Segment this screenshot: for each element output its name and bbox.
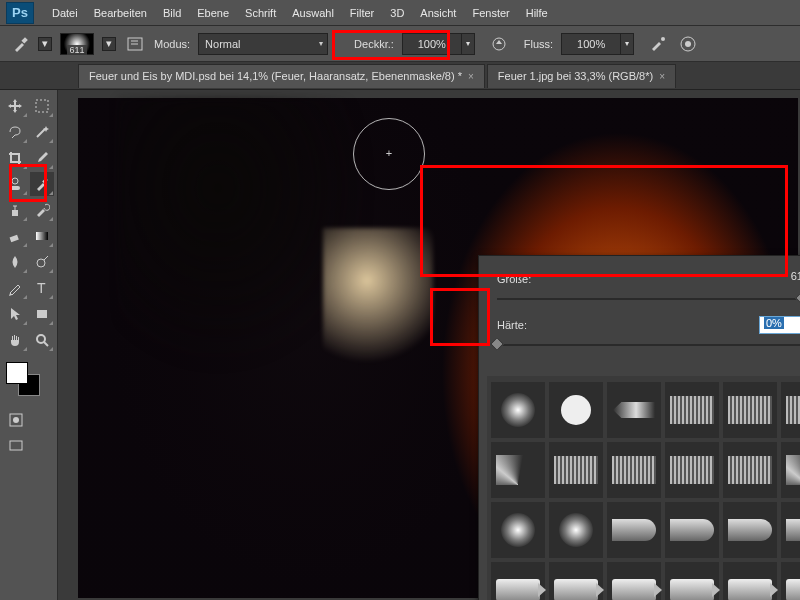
tool-blur[interactable] [3, 250, 28, 274]
tool-magic-wand[interactable] [30, 120, 55, 144]
tool-pen[interactable] [3, 276, 28, 300]
opacity-dropdown[interactable]: ▾ [461, 33, 475, 55]
svg-rect-8 [36, 100, 48, 112]
brush-preset[interactable]: 25 [781, 502, 800, 558]
brush-preset[interactable] [491, 382, 545, 438]
brush-preset[interactable] [549, 502, 603, 558]
tool-zoom[interactable] [30, 328, 55, 352]
close-icon[interactable]: × [468, 71, 474, 82]
quick-mask-icon[interactable] [3, 408, 29, 432]
menu-filter[interactable]: Filter [342, 7, 382, 19]
menu-datei[interactable]: Datei [44, 7, 86, 19]
brush-preset[interactable] [491, 502, 545, 558]
tool-lasso[interactable] [3, 120, 28, 144]
brush-preset[interactable] [781, 382, 800, 438]
brush-preset[interactable] [607, 502, 661, 558]
brush-preset-flyout: Größe: 611 Px Härte: 0% 25502550 [478, 255, 800, 600]
tool-clone[interactable] [3, 198, 28, 222]
brush-preset[interactable] [665, 382, 719, 438]
document-tabbar: Feuer und Eis by MDI.psd bei 14,1% (Feue… [0, 62, 800, 90]
brush-preview[interactable]: 611 [60, 33, 94, 55]
tool-crop[interactable] [3, 146, 28, 170]
svg-point-5 [661, 37, 665, 41]
size-value[interactable]: 611 Px [759, 270, 800, 288]
size-label: Größe: [497, 273, 531, 285]
svg-point-21 [13, 417, 19, 423]
flow-field[interactable]: 100% ▾ [561, 33, 621, 55]
airbrush-icon[interactable] [647, 33, 669, 55]
brush-preset[interactable] [723, 382, 777, 438]
tool-gradient[interactable] [30, 224, 55, 248]
brush-preset[interactable] [607, 442, 661, 498]
brush-preset[interactable] [781, 442, 800, 498]
brush-preview-dropdown[interactable]: ▾ [102, 37, 116, 51]
brush-preset[interactable]: 50 [607, 562, 661, 600]
brush-preset[interactable] [549, 442, 603, 498]
tool-eyedropper[interactable] [30, 146, 55, 170]
hardness-slider[interactable] [497, 338, 800, 352]
flow-value: 100% [577, 38, 605, 50]
size-slider[interactable] [497, 292, 800, 306]
opacity-field[interactable]: 100% ▾ [402, 33, 462, 55]
menu-bild[interactable]: Bild [155, 7, 189, 19]
pressure-opacity-icon[interactable] [488, 33, 510, 55]
tool-rectangle[interactable] [30, 302, 55, 326]
screen-mode-icon[interactable] [3, 434, 29, 458]
svg-point-18 [37, 335, 45, 343]
brush-preset[interactable] [549, 382, 603, 438]
close-icon[interactable]: × [659, 71, 665, 82]
brush-preset[interactable] [491, 442, 545, 498]
app-logo: Ps [6, 2, 34, 24]
menu-ansicht[interactable]: Ansicht [412, 7, 464, 19]
brush-preset[interactable] [665, 502, 719, 558]
brush-preset[interactable]: 25 [549, 562, 603, 600]
brush-preset[interactable] [665, 442, 719, 498]
tool-preset-icon[interactable] [12, 35, 30, 53]
options-bar: ▾ 611 ▾ Modus: Normal Deckkr.: 100% ▾ Fl… [0, 26, 800, 62]
tool-history-brush[interactable] [30, 198, 55, 222]
menu-fenster[interactable]: Fenster [464, 7, 517, 19]
brush-preset[interactable]: 50 [491, 562, 545, 600]
tool-type[interactable]: T [30, 276, 55, 300]
brush-preset[interactable] [723, 502, 777, 558]
tool-dodge[interactable] [30, 250, 55, 274]
brush-preset[interactable] [781, 562, 800, 600]
pressure-size-icon[interactable] [677, 33, 699, 55]
brush-preset[interactable] [723, 442, 777, 498]
brush-preset-grid: 25502550 [487, 376, 800, 600]
flow-dropdown[interactable]: ▾ [620, 33, 634, 55]
tool-eraser[interactable] [3, 224, 28, 248]
foreground-swatch[interactable] [6, 362, 28, 384]
tool-preset-dropdown[interactable]: ▾ [38, 37, 52, 51]
tool-path-select[interactable] [3, 302, 28, 326]
document-tab[interactable]: Feuer 1.jpg bei 33,3% (RGB/8*)× [487, 64, 676, 88]
svg-rect-0 [21, 37, 27, 43]
mode-label: Modus: [154, 38, 190, 50]
tool-move[interactable] [3, 94, 28, 118]
brush-preset[interactable] [665, 562, 719, 600]
menu-auswahl[interactable]: Auswahl [284, 7, 342, 19]
brush-preset[interactable] [723, 562, 777, 600]
hardness-label: Härte: [497, 319, 527, 331]
flow-label: Fluss: [524, 38, 553, 50]
hardness-value[interactable]: 0% [759, 316, 800, 334]
menu-ebene[interactable]: Ebene [189, 7, 237, 19]
brush-preset[interactable] [607, 382, 661, 438]
svg-rect-12 [10, 235, 19, 242]
color-swatches[interactable] [2, 362, 55, 398]
svg-rect-13 [36, 232, 48, 240]
menu-3d[interactable]: 3D [382, 7, 412, 19]
menu-hilfe[interactable]: Hilfe [518, 7, 556, 19]
tool-brush[interactable] [30, 172, 55, 196]
tool-spot-heal[interactable] [3, 172, 28, 196]
tool-rect-marquee[interactable] [30, 94, 55, 118]
canvas-area[interactable]: Größe: 611 Px Härte: 0% 25502550 [58, 90, 800, 600]
menu-bearbeiten[interactable]: Bearbeiten [86, 7, 155, 19]
blend-mode-select[interactable]: Normal [198, 33, 328, 55]
tool-hand[interactable] [3, 328, 28, 352]
svg-line-19 [44, 342, 48, 346]
menu-schrift[interactable]: Schrift [237, 7, 284, 19]
document-tab[interactable]: Feuer und Eis by MDI.psd bei 14,1% (Feue… [78, 64, 485, 88]
brush-panel-toggle-icon[interactable] [124, 33, 146, 55]
opacity-value: 100% [418, 38, 446, 50]
